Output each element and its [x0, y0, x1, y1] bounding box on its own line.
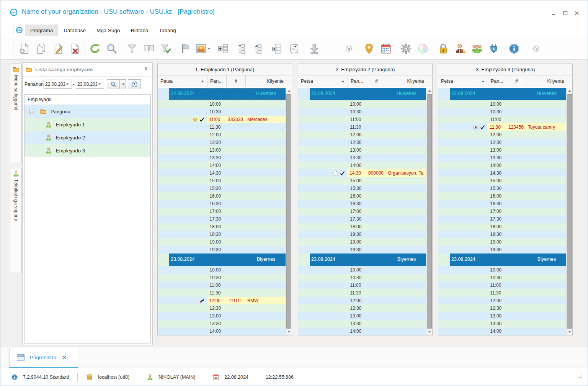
menu-programa[interactable]: Programa — [25, 25, 58, 36]
time-slot-row[interactable]: 11:30 — [158, 123, 286, 131]
lock-button[interactable] — [435, 40, 452, 57]
time-slot-row[interactable]: 14:30 — [158, 169, 286, 177]
time-slot-row[interactable]: 15:30 — [298, 185, 426, 192]
header-kliyente[interactable]: Kliyente — [526, 75, 567, 87]
header-kliyente[interactable]: Kliyente — [246, 75, 286, 87]
time-slot-row[interactable]: 11:00 — [298, 116, 426, 123]
refresh-button[interactable] — [87, 40, 103, 57]
header-kliyente[interactable]: Kliyente — [386, 75, 427, 87]
search-period-button[interactable] — [107, 79, 120, 89]
time-slot-row[interactable]: 10:30 — [298, 108, 426, 116]
expand-rows-button[interactable] — [215, 40, 232, 57]
time-slot-row[interactable]: 19:30 — [298, 246, 426, 254]
appointment-row[interactable]: 11:30123456Toyota camry — [438, 123, 566, 131]
time-slot-row[interactable]: 13:00 — [158, 146, 286, 154]
time-slot-row[interactable]: 11:00 — [438, 281, 566, 289]
time-slot-row[interactable]: 13:30 — [438, 320, 566, 327]
delete-record-button[interactable] — [66, 40, 83, 57]
time-slot-row[interactable]: 11:30 — [158, 289, 286, 297]
time-slot-row[interactable]: 12:30 — [298, 304, 426, 312]
day-band[interactable]: 22.08.2024Huwebes — [298, 88, 426, 100]
scroll-up-icon[interactable] — [428, 90, 431, 92]
tree-expand-button[interactable] — [232, 40, 248, 57]
time-slot-row[interactable]: 13:30 — [438, 154, 566, 162]
time-slot-row[interactable]: 10:00 — [298, 266, 426, 274]
time-slot-row[interactable]: 10:30 — [438, 274, 566, 281]
time-slot-row[interactable]: 13:00 — [438, 146, 566, 154]
time-slot-row[interactable]: 13:00 — [158, 312, 286, 320]
side-tab-user-menu[interactable]: Menu sa tiggamit — [10, 64, 22, 163]
time-slot-row[interactable]: 10:00 — [438, 100, 566, 108]
time-slot-row[interactable]: 10:00 — [158, 266, 286, 274]
scrollbar-thumb[interactable] — [286, 94, 291, 329]
time-slot-row[interactable]: 11:30 — [298, 123, 426, 131]
header-petsa[interactable]: Petsa — [438, 75, 488, 87]
employees-button[interactable] — [469, 40, 485, 57]
time-slot-row[interactable]: 10:00 — [298, 100, 426, 108]
time-slot-row[interactable]: 14:00 — [298, 162, 426, 169]
time-slot-row[interactable]: 10:30 — [158, 274, 286, 281]
copy-record-button[interactable] — [33, 40, 49, 57]
time-slot-row[interactable]: 15:00 — [438, 177, 566, 185]
time-slot-row[interactable]: 19:00 — [298, 238, 426, 246]
vertical-scrollbar[interactable] — [566, 88, 572, 335]
resize-grip-icon[interactable] — [578, 373, 583, 379]
scroll-down-icon[interactable] — [568, 331, 571, 333]
time-slot-row[interactable]: 18:30 — [438, 231, 566, 238]
time-slot-row[interactable]: 12:30 — [158, 304, 286, 312]
user-access-button[interactable] — [452, 40, 469, 57]
menu-bintana[interactable]: Bintana — [126, 25, 154, 36]
integrations-button[interactable] — [485, 40, 502, 57]
time-slot-row[interactable]: 14:00 — [438, 327, 566, 335]
add-row-button[interactable] — [269, 40, 286, 57]
day-band[interactable]: 22.08.2024Huwebes — [438, 88, 566, 100]
tab-pagrehistro[interactable]: Pagrehistro ✕ — [9, 348, 78, 367]
toolbar-overflow-button[interactable] — [340, 40, 357, 57]
time-slot-row[interactable]: 13:30 — [158, 320, 286, 327]
date-from-field[interactable]: 22.08.2024 — [44, 80, 72, 89]
filter-columns-button[interactable] — [140, 40, 157, 57]
time-slot-row[interactable]: 13:30 — [158, 154, 286, 162]
appointment-row[interactable]: 11:00333333Mercedes — [158, 116, 286, 123]
tree-item-empleyado-3[interactable]: Empleyado 3 — [24, 144, 150, 157]
header-pan[interactable]: Pan... — [207, 75, 227, 87]
vertical-scrollbar[interactable] — [426, 88, 432, 335]
time-slot-row[interactable]: 15:30 — [438, 185, 566, 192]
time-slot-row[interactable]: 13:30 — [298, 320, 426, 327]
search-button[interactable] — [103, 40, 120, 57]
appointment-row[interactable]: 14:30000000Organisasyon: Ta — [298, 169, 426, 177]
time-slot-row[interactable]: 12:00 — [158, 131, 286, 139]
tab-close-icon[interactable]: ✕ — [62, 355, 67, 360]
time-slot-row[interactable]: 13:00 — [298, 146, 426, 154]
scroll-down-icon[interactable] — [428, 331, 431, 333]
time-slot-row[interactable]: 15:00 — [158, 177, 286, 185]
time-slot-row[interactable]: 11:00 — [438, 116, 566, 123]
time-slot-row[interactable]: 18:00 — [158, 223, 286, 231]
export-button[interactable] — [306, 40, 323, 57]
time-slot-row[interactable]: 17:00 — [438, 208, 566, 215]
toolbar-drag-handle[interactable] — [12, 43, 13, 54]
time-slot-row[interactable]: 11:00 — [298, 281, 426, 289]
scroll-up-icon[interactable] — [287, 90, 291, 92]
time-slot-row[interactable]: 13:30 — [298, 154, 426, 162]
window-close-button[interactable] — [572, 10, 581, 16]
time-slot-row[interactable]: 17:30 — [438, 215, 566, 223]
time-slot-row[interactable]: 10:30 — [298, 274, 426, 281]
time-slot-row[interactable]: 12:30 — [438, 139, 566, 146]
side-tab-support[interactable]: Teknikal nga suporta — [10, 168, 22, 273]
chevron-down-icon[interactable] — [98, 83, 101, 85]
time-slot-row[interactable]: 16:30 — [438, 200, 566, 208]
time-slot-row[interactable]: 12:00 — [298, 297, 426, 304]
time-slot-row[interactable]: 12:30 — [158, 139, 286, 146]
scroll-down-icon[interactable] — [287, 331, 291, 333]
time-slot-row[interactable]: 16:00 — [438, 192, 566, 200]
tree-item-panguna[interactable]: Panguna — [24, 105, 150, 118]
time-slot-row[interactable]: 14:00 — [158, 162, 286, 169]
time-slot-row[interactable]: 13:00 — [298, 312, 426, 320]
appointment-row[interactable]: 12:00111111BMW — [158, 297, 286, 304]
time-slot-row[interactable]: 11:00 — [158, 281, 286, 289]
day-band[interactable]: 22.08.2024Huwebes — [158, 88, 286, 100]
scrollbar-thumb[interactable] — [567, 94, 572, 329]
chevron-down-icon[interactable] — [66, 83, 69, 85]
time-slot-row[interactable]: 14:30 — [438, 169, 566, 177]
